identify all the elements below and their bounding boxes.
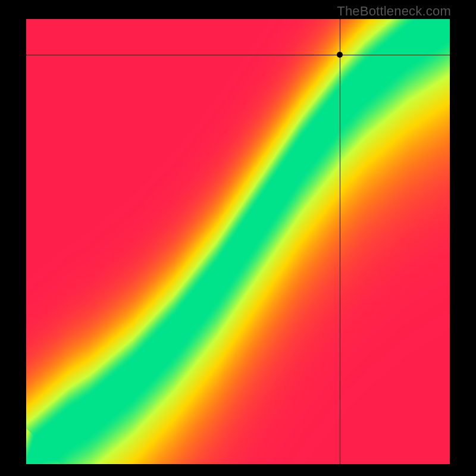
heatmap-plot [26,19,450,464]
heatmap-canvas [26,19,450,464]
chart-frame: TheBottleneck.com [0,0,476,476]
watermark-text: TheBottleneck.com [337,4,451,19]
